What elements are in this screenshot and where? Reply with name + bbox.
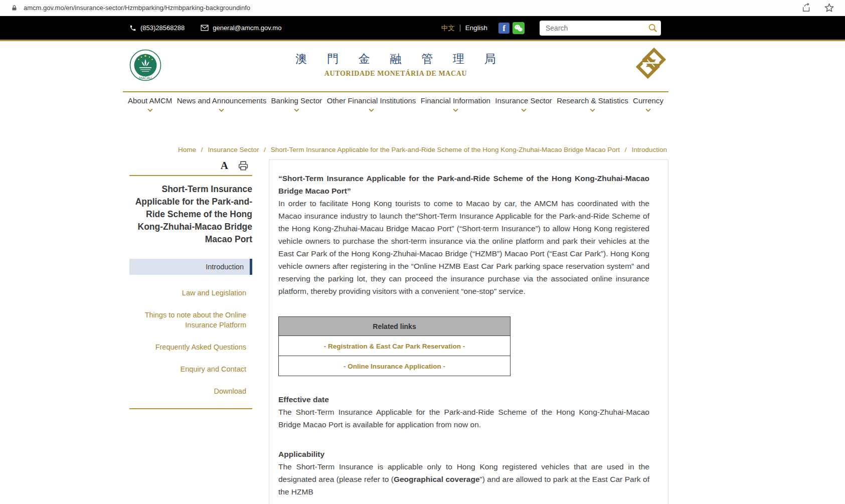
- breadcrumb-scheme-page[interactable]: Short-Term Insurance Applicable for the …: [271, 146, 620, 153]
- email-address: general@amcm.gov.mo: [213, 24, 281, 32]
- sidebar-title: Short-Term Insurance Applicable for the …: [129, 183, 252, 246]
- search-icon[interactable]: [648, 23, 658, 35]
- chevron-down-icon: [147, 108, 153, 112]
- applicability-text-bold: Geographical coverage: [394, 475, 480, 483]
- sidebar-item-enquiry-and-contact[interactable]: Enquiry and Contact: [129, 364, 252, 374]
- related-links-header: Related links: [279, 317, 511, 336]
- nav-item-research-statistics[interactable]: Research & Statistics: [557, 96, 628, 114]
- effective-date-text: The Short-Term Insurance Applicable for …: [278, 406, 649, 431]
- breadcrumb: Home / Insurance Sector / Short-Term Ins…: [0, 146, 845, 153]
- macau-emblem-logo[interactable]: MACAU: [129, 49, 161, 83]
- nav-item-financial-information[interactable]: Financial Information: [421, 96, 490, 114]
- nav-label: About AMCM: [128, 96, 172, 105]
- site-title: 澳 門 金 融 管 理 局 AUTORIDADE MONETÁRIA DE MA…: [295, 51, 496, 78]
- contact-group: (853)28568288 general@amcm.gov.mo: [123, 24, 281, 32]
- lang-english-link[interactable]: English: [465, 24, 487, 32]
- url-text: amcm.gov.mo/en/insurance-sector/Hzmbpark…: [24, 4, 801, 12]
- nav-label: Financial Information: [421, 96, 490, 105]
- site-title-portuguese: AUTORIDADE MONETÁRIA DE MACAU: [295, 70, 496, 78]
- breadcrumb-separator: /: [264, 146, 266, 153]
- phone-icon: [129, 25, 136, 32]
- main-content: “Short-Term Insurance Applicable for the…: [269, 159, 668, 504]
- lang-chinese-link[interactable]: 中文: [441, 24, 455, 33]
- facebook-icon[interactable]: f: [498, 23, 510, 34]
- phone-link[interactable]: (853)28568288: [129, 24, 185, 32]
- sidebar-item-things-to-note[interactable]: Things to note about the Online Insuranc…: [129, 310, 252, 330]
- breadcrumb-separator: /: [201, 146, 203, 153]
- chevron-down-icon: [521, 108, 527, 112]
- font-size-button[interactable]: A: [221, 160, 228, 171]
- related-links-table: Related links - Registration & East Car …: [278, 316, 511, 376]
- registration-reservation-link[interactable]: - Registration & East Car Park Reservati…: [324, 343, 465, 350]
- nav-label: Other Financial Institutions: [327, 96, 416, 105]
- breadcrumb-home[interactable]: Home: [178, 146, 196, 153]
- nav-item-insurance-sector[interactable]: Insurance Sector: [495, 96, 552, 114]
- wechat-icon[interactable]: [513, 22, 525, 34]
- nav-label: Insurance Sector: [495, 96, 552, 105]
- lock-icon: [11, 5, 18, 12]
- chevron-down-icon: [219, 108, 224, 112]
- nav-label: Banking Sector: [271, 96, 322, 105]
- amcm-diamond-logo: [635, 47, 666, 81]
- chevron-down-icon: [294, 108, 299, 112]
- sidebar-item-faq[interactable]: Frequently Asked Questions: [129, 342, 252, 352]
- sidebar: A Short-Term Insurance Applicable for th…: [129, 159, 252, 409]
- nav-label: News and Announcements: [177, 96, 266, 105]
- sidebar-menu: Introduction Law and Legislation Things …: [129, 259, 252, 396]
- sidebar-divider-bottom: [129, 408, 252, 409]
- sidebar-item-law-and-legislation[interactable]: Law and Legislation: [129, 288, 252, 298]
- breadcrumb-current-page: Introduction: [631, 146, 667, 153]
- nav-item-about-amcm[interactable]: About AMCM: [128, 96, 172, 114]
- chevron-down-icon: [645, 108, 651, 112]
- sidebar-item-introduction[interactable]: Introduction: [129, 259, 252, 275]
- chevron-down-icon: [369, 108, 374, 112]
- share-button[interactable]: [801, 3, 811, 13]
- email-link[interactable]: general@amcm.gov.mo: [201, 24, 281, 32]
- email-icon: [201, 25, 209, 31]
- search-input[interactable]: [540, 21, 661, 36]
- sidebar-item-download[interactable]: Download: [129, 386, 252, 396]
- nav-item-news-and-announcements[interactable]: News and Announcements: [177, 96, 266, 114]
- emblem-macau-text: MACAU: [139, 76, 151, 80]
- chevron-down-icon: [590, 108, 595, 112]
- site-title-chinese: 澳 門 金 融 管 理 局: [295, 51, 504, 67]
- phone-number: (853)28568288: [140, 24, 185, 32]
- lang-divider: [460, 25, 460, 32]
- search-box: [540, 21, 661, 36]
- online-insurance-application-link[interactable]: - Online Insurance Application -: [344, 363, 445, 370]
- applicability-text: The Short-Term Insurance is applicable o…: [278, 460, 649, 498]
- bookmark-star-button[interactable]: [824, 3, 834, 13]
- nav-label: Currency: [633, 96, 663, 105]
- nav-item-other-financial-institutions[interactable]: Other Financial Institutions: [327, 96, 416, 114]
- topbar: (853)28568288 general@amcm.gov.mo 中文 Eng…: [0, 16, 845, 41]
- breadcrumb-separator: /: [625, 146, 627, 153]
- main-navigation: About AMCM News and Announcements Bankin…: [123, 91, 668, 117]
- nav-item-banking-sector[interactable]: Banking Sector: [271, 96, 322, 114]
- applicability-heading: Applicability: [278, 448, 649, 460]
- sidebar-divider-top: [129, 175, 252, 176]
- intro-paragraph: In order to facilitate Hong Kong tourist…: [278, 197, 649, 297]
- nav-item-currency[interactable]: Currency: [633, 96, 663, 114]
- table-row: - Online Insurance Application -: [279, 356, 511, 376]
- chevron-down-icon: [453, 108, 458, 112]
- effective-date-heading: Effective date: [278, 393, 649, 406]
- nav-label: Research & Statistics: [557, 96, 628, 105]
- content-heading: “Short-Term Insurance Applicable for the…: [278, 172, 649, 197]
- print-button[interactable]: [238, 161, 248, 171]
- content-area: A Short-Term Insurance Applicable for th…: [123, 159, 668, 504]
- browser-address-bar[interactable]: amcm.gov.mo/en/insurance-sector/Hzmbpark…: [0, 0, 845, 16]
- table-row: - Registration & East Car Park Reservati…: [279, 336, 511, 356]
- site-header: MACAU 澳 門 金 融 管 理 局 AUTORIDADE MONETÁRIA…: [0, 41, 845, 91]
- breadcrumb-insurance-sector[interactable]: Insurance Sector: [208, 146, 259, 153]
